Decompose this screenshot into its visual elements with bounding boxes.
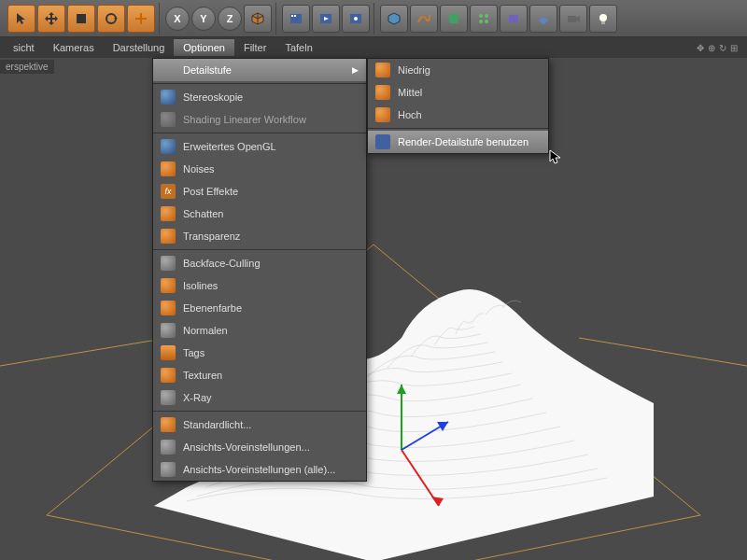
menu-item[interactable]: Standardlicht... (153, 413, 366, 436)
svg-rect-4 (294, 15, 296, 17)
menu-item[interactable]: X-Ray (153, 386, 366, 409)
scale-tool[interactable] (67, 5, 95, 33)
menu-item[interactable]: Ansichts-Voreinstellungen (alle)... (153, 458, 366, 481)
menu-item[interactable]: Isolines (153, 274, 366, 297)
menu-item[interactable]: Shading Linearer Workflow (153, 108, 366, 131)
main-toolbar: X Y Z (0, 0, 747, 37)
menu-item[interactable]: Ebenenfarbe (153, 297, 366, 319)
prim-floor[interactable] (529, 5, 557, 33)
submenu-item-label: Mittel (398, 87, 422, 98)
submenu-item-label: Hoch (398, 109, 422, 120)
z-axis-toggle[interactable]: Z (218, 7, 242, 31)
viewport-menubar: sicht Kameras Darstellung Optionen Filte… (0, 37, 747, 58)
menu-item[interactable]: Transparenz (153, 225, 366, 247)
render-btn-1[interactable] (282, 5, 310, 33)
menu-item-label: Ansichts-Voreinstellungen (alle)... (183, 464, 335, 475)
menu-item-label: Stereoskopie (183, 91, 243, 103)
svg-point-11 (479, 20, 483, 23)
select-tool[interactable] (7, 5, 35, 33)
menu-item-label: Isolines (183, 280, 218, 291)
prim-nurbs[interactable] (440, 5, 468, 33)
svg-point-14 (599, 14, 607, 21)
menu-item-label: Schatten (183, 208, 223, 219)
menu-sicht[interactable]: sicht (4, 39, 44, 56)
menu-tafeln[interactable]: Tafeln (275, 39, 321, 56)
render-tools (278, 3, 374, 35)
menu-item-label: Backface-Culling (183, 258, 261, 269)
menu-item-label: Normalen (183, 325, 228, 336)
render-btn-3[interactable] (342, 5, 370, 33)
viewport-label: erspektive (0, 60, 54, 74)
svg-point-7 (354, 17, 358, 21)
nav-icon[interactable]: ⊕ (708, 43, 715, 53)
axis-move-tool[interactable] (127, 5, 155, 33)
separator (153, 83, 366, 84)
svg-point-10 (485, 14, 488, 18)
render-btn-2[interactable] (312, 5, 340, 33)
menu-item[interactable]: Backface-Culling (153, 252, 366, 274)
menu-item-label: Detailstufe (183, 64, 232, 76)
menu-item[interactable]: Ansichts-Voreinstellungen... (153, 436, 366, 458)
svg-point-9 (479, 14, 483, 18)
submenu-item[interactable]: Render-Detailstufe benutzen (368, 131, 548, 153)
detailstufe-submenu: NiedrigMittelHochRender-Detailstufe benu… (367, 58, 549, 154)
menu-item-label: Noises (183, 163, 215, 175)
menu-item-label: X-Ray (183, 392, 212, 403)
primitive-tools (376, 3, 621, 35)
nav-icon[interactable]: ⊞ (730, 43, 738, 53)
svg-rect-15 (601, 21, 605, 24)
menu-item[interactable]: Noises (153, 158, 366, 180)
separator (153, 411, 366, 412)
menu-item[interactable]: Stereoskopie (153, 86, 366, 108)
separator (153, 133, 366, 133)
prim-camera[interactable] (559, 5, 587, 33)
svg-rect-3 (291, 15, 293, 17)
menu-item[interactable]: fxPost Effekte (153, 180, 366, 203)
cube-tool[interactable] (244, 5, 272, 33)
menu-item[interactable]: Texturen (153, 364, 366, 386)
menu-item[interactable]: Schatten (153, 203, 366, 225)
svg-point-12 (485, 20, 488, 23)
optionen-dropdown: Detailstufe▶StereoskopieShading Linearer… (152, 58, 367, 482)
menu-item-label: Tags (183, 347, 204, 358)
menu-item-label: Ebenenfarbe (183, 302, 242, 314)
prim-light[interactable] (589, 5, 617, 33)
x-axis-toggle[interactable]: X (165, 7, 190, 31)
menu-item-label: Texturen (183, 370, 222, 381)
menu-item-label: Erweitertes OpenGL (183, 141, 276, 152)
separator (368, 128, 548, 129)
menu-darstellung[interactable]: Darstellung (104, 39, 175, 56)
rotate-tool[interactable] (97, 5, 125, 33)
submenu-item[interactable]: Niedrig (368, 59, 548, 81)
submenu-item[interactable]: Hoch (368, 104, 548, 126)
svg-rect-8 (449, 14, 458, 23)
menu-item[interactable]: Tags (153, 342, 366, 364)
menu-item-label: Transparenz (183, 231, 240, 242)
prim-array[interactable] (470, 5, 498, 33)
menu-right-icons: ✥ ⊕ ↻ ⊞ (697, 43, 743, 53)
menu-item-label: Shading Linearer Workflow (183, 114, 306, 125)
menu-item[interactable]: Erweitertes OpenGL (153, 135, 366, 158)
move-tool[interactable] (37, 5, 65, 33)
menu-item-label: Ansichts-Voreinstellungen... (183, 441, 310, 453)
menu-filter[interactable]: Filter (234, 39, 275, 56)
submenu-item-label: Niedrig (398, 64, 430, 76)
svg-rect-0 (77, 14, 86, 23)
axis-tools: X Y Z (162, 3, 276, 35)
menu-item-label: Standardlicht... (183, 419, 251, 430)
menu-kameras[interactable]: Kameras (44, 39, 104, 56)
separator (153, 249, 366, 250)
menu-item[interactable]: Normalen (153, 319, 366, 342)
nav-icon[interactable]: ↻ (719, 43, 726, 53)
prim-spline[interactable] (410, 5, 438, 33)
prim-cube[interactable] (380, 5, 408, 33)
submenu-item-label: Render-Detailstufe benutzen (398, 136, 529, 147)
menu-optionen[interactable]: Optionen (174, 39, 234, 56)
y-axis-toggle[interactable]: Y (191, 7, 216, 31)
menu-item-label: Post Effekte (183, 186, 238, 197)
menu-item[interactable]: Detailstufe▶ (153, 59, 366, 81)
prim-deform[interactable] (500, 5, 528, 33)
submenu-item[interactable]: Mittel (368, 81, 548, 104)
svg-line-21 (579, 338, 747, 366)
nav-icon[interactable]: ✥ (697, 43, 704, 53)
